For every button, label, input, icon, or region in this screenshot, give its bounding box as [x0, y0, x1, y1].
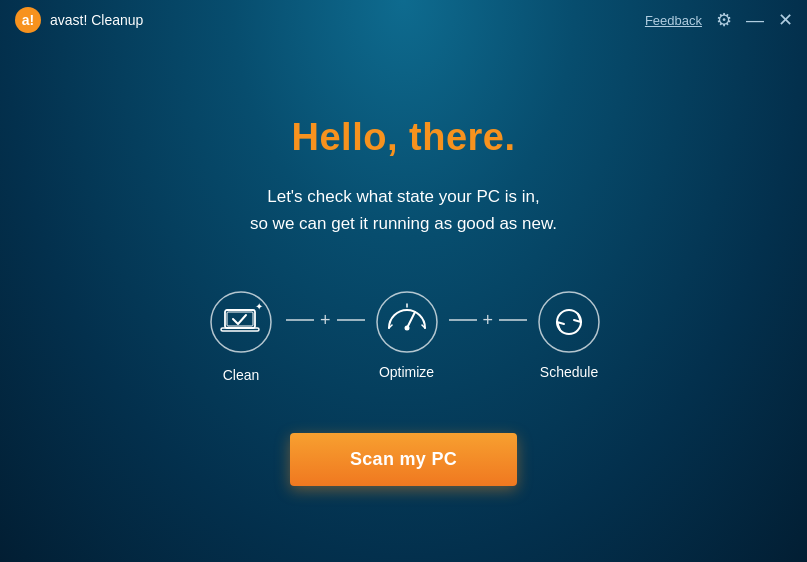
- svg-text:a!: a!: [22, 12, 34, 28]
- clean-icon-wrap: ✦: [206, 287, 276, 357]
- schedule-refresh-icon: [537, 290, 601, 354]
- svg-rect-3: [225, 310, 255, 328]
- speedometer-icon: [375, 290, 439, 354]
- connector-plus-1: +: [320, 310, 331, 331]
- steps-row: ✦ Clean +: [206, 287, 601, 383]
- step-schedule-label: Schedule: [540, 364, 598, 380]
- titlebar-right: Feedback ⚙ — ✕: [645, 11, 793, 29]
- subtitle-line1: Let's check what state your PC is in,: [267, 187, 540, 206]
- titlebar-left: a! avast! Cleanup: [14, 6, 143, 34]
- connector-2: +: [449, 310, 528, 331]
- svg-text:✦: ✦: [255, 301, 263, 312]
- subtitle-line2: so we can get it running as good as new.: [250, 214, 557, 233]
- connector-plus-2: +: [483, 310, 494, 331]
- app-title: avast! Cleanup: [50, 12, 143, 28]
- connector-line-1: [286, 319, 314, 321]
- step-optimize: Optimize: [375, 290, 439, 380]
- connector-line-4: [499, 319, 527, 321]
- step-clean-label: Clean: [223, 367, 260, 383]
- close-icon[interactable]: ✕: [778, 11, 793, 29]
- svg-point-7: [377, 292, 437, 352]
- svg-line-11: [407, 312, 415, 328]
- feedback-link[interactable]: Feedback: [645, 13, 702, 28]
- minimize-icon[interactable]: —: [746, 11, 764, 29]
- step-clean: ✦ Clean: [206, 287, 276, 383]
- greeting-text: Hello, there.: [292, 116, 516, 159]
- main-content: Hello, there. Let's check what state you…: [0, 40, 807, 562]
- svg-point-13: [539, 292, 599, 352]
- svg-rect-5: [221, 328, 259, 331]
- titlebar: a! avast! Cleanup Feedback ⚙ — ✕: [0, 0, 807, 40]
- settings-icon[interactable]: ⚙: [716, 11, 732, 29]
- subtitle-text: Let's check what state your PC is in, so…: [250, 183, 557, 237]
- step-optimize-label: Optimize: [379, 364, 434, 380]
- svg-point-12: [404, 326, 409, 331]
- connector-line-2: [337, 319, 365, 321]
- svg-rect-4: [227, 312, 253, 326]
- laptop-check-icon: ✦: [209, 290, 273, 354]
- connector-line-3: [449, 319, 477, 321]
- connector-1: +: [286, 310, 365, 331]
- avast-logo-icon: a!: [14, 6, 42, 34]
- scan-button[interactable]: Scan my PC: [290, 433, 517, 486]
- step-schedule: Schedule: [537, 290, 601, 380]
